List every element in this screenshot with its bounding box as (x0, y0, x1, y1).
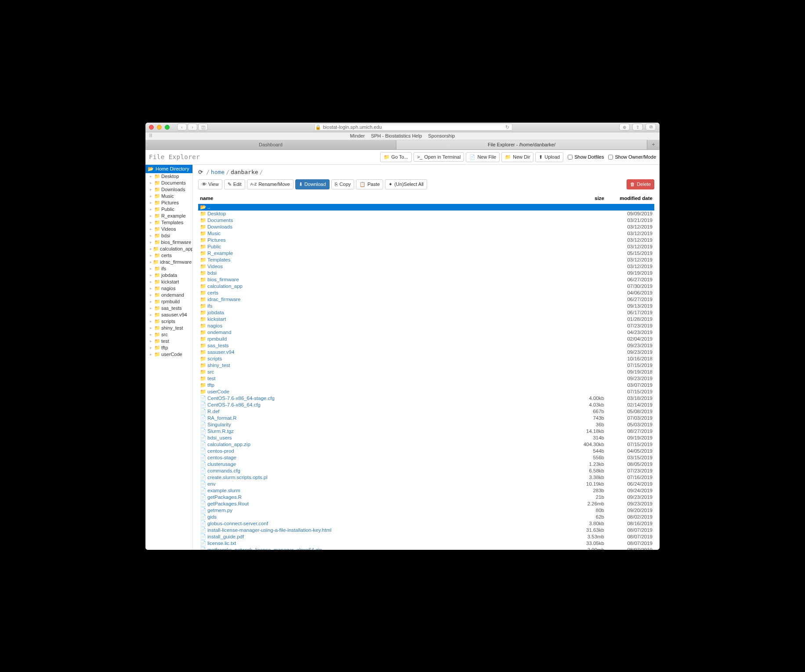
file-link[interactable]: Documents (207, 218, 233, 223)
tree-item[interactable]: ▸📁kickstart (145, 279, 192, 285)
open-terminal-button[interactable]: >_Open in Terminal (413, 152, 464, 162)
file-link[interactable]: install-license-manager-using-a-file-ins… (207, 527, 331, 533)
tabs-button[interactable]: ⧉ (645, 124, 656, 131)
tree-item[interactable]: ▸📁test (145, 338, 192, 345)
file-link[interactable]: clusterusage (207, 461, 236, 467)
file-link[interactable]: userCode (207, 389, 229, 394)
table-row[interactable]: 📁jobdata06/17/2019 (198, 309, 654, 316)
tree-item[interactable]: ▸📁ifs (145, 265, 192, 272)
file-link[interactable]: ifs (207, 303, 213, 309)
bookmark-item[interactable]: Minder (350, 133, 365, 138)
file-link[interactable]: kickstart (207, 316, 226, 322)
table-row[interactable]: 📁src09/19/2018 (198, 369, 654, 375)
file-link[interactable]: bdsi_users (207, 435, 232, 440)
goto-button[interactable]: 📁Go To... (380, 152, 412, 162)
file-link[interactable]: gids (207, 514, 217, 519)
tree-item[interactable]: ▸📁sas_tests (145, 305, 192, 312)
file-link[interactable]: centos-stage (207, 455, 236, 460)
table-row[interactable]: 📄Singularity36b05/03/2019 (198, 421, 654, 428)
tree-item[interactable]: ▸📁Music (145, 193, 192, 200)
table-row[interactable]: 📁Public03/12/2019 (198, 243, 654, 250)
table-row[interactable]: 📄clusterusage1.23kb08/05/2019 (198, 461, 654, 468)
address-bar[interactable]: 🔒 biostat-login.sph.umich.edu ↻ (315, 124, 512, 131)
file-link[interactable]: create.slurm.scripts.opts.pl (207, 475, 268, 480)
table-row[interactable]: 📄globus-connect-server.conf3.80kb08/16/2… (198, 520, 654, 527)
table-row[interactable]: 📁certs04/06/2019 (198, 290, 654, 296)
file-link[interactable]: centos-prod (207, 448, 234, 454)
maximize-button[interactable] (165, 125, 170, 130)
delete-button[interactable]: 🗑Delete (627, 179, 654, 189)
file-link[interactable]: install_guide.pdf (207, 534, 244, 539)
tree-item[interactable]: ▸📁jobdata (145, 272, 192, 279)
tree-item[interactable]: ▸📁userCode (145, 351, 192, 358)
table-row[interactable]: 📄getmem.py80b09/20/2019 (198, 507, 654, 514)
file-link[interactable]: scripts (207, 356, 222, 361)
file-link[interactable]: Downloads (207, 224, 232, 229)
tree-item[interactable]: ▸📁Videos (145, 226, 192, 232)
table-row[interactable]: 📄env10.19kb06/24/2019 (198, 481, 654, 487)
file-link[interactable]: license.lic.txt (207, 541, 236, 546)
table-row[interactable]: 📄centos-stage556b03/15/2019 (198, 454, 654, 461)
bookmark-item[interactable]: Sponsorship (428, 133, 455, 138)
file-link[interactable]: bdsi (207, 270, 217, 276)
file-link[interactable]: CentOS-7.6-x86_64.cfg (207, 402, 261, 407)
table-row[interactable]: 📁userCode07/15/2019 (198, 389, 654, 395)
copy-button[interactable]: ⎘Copy (331, 179, 355, 189)
tree-item[interactable]: ▸📁bios_firmware (145, 239, 192, 246)
file-link[interactable]: .. (207, 204, 210, 210)
file-link[interactable]: sasuser.v94 (207, 349, 234, 355)
new-dir-button[interactable]: 📁New Dir (501, 152, 533, 162)
table-row[interactable]: 📄RA_format.R743b07/03/2019 (198, 415, 654, 421)
rename-button[interactable]: A-ZRename/Move (247, 179, 294, 189)
table-row[interactable]: 📄license.lic.txt33.05kb08/07/2019 (198, 540, 654, 547)
sidebar-toggle[interactable]: ◫ (198, 124, 208, 131)
file-link[interactable]: example.slurm (207, 488, 240, 493)
reload-icon[interactable]: ↻ (505, 124, 509, 130)
table-row[interactable]: 📁Videos03/12/2019 (198, 263, 654, 270)
tree-item[interactable]: ▸📁rpmbuild (145, 298, 192, 305)
apps-grid-icon[interactable]: ⠿ (149, 133, 152, 139)
table-row[interactable]: 📄commands.cfg6.58kb07/23/2019 (198, 468, 654, 474)
tree-item[interactable]: ▸📁ondemand (145, 292, 192, 298)
table-row[interactable]: 📁ifs09/13/2019 (198, 303, 654, 309)
table-row[interactable]: 📄calculation_app.zip404.30kb07/15/2019 (198, 441, 654, 448)
tree-item[interactable]: ▸📁certs (145, 252, 192, 259)
table-row[interactable]: 📄create.slurm.scripts.opts.pl3.38kb07/16… (198, 474, 654, 481)
edit-button[interactable]: ✎Edit (224, 179, 245, 189)
show-owner-check[interactable]: Show Owner/Mode (608, 154, 656, 160)
table-row[interactable]: 📄install-license-manager-using-a-file-in… (198, 527, 654, 534)
tree-item[interactable]: ▸📁bdsi (145, 232, 192, 239)
file-link[interactable]: src (207, 369, 214, 374)
new-file-button[interactable]: 📄New File (466, 152, 500, 162)
table-row[interactable]: 📄gids62b08/02/2019 (198, 514, 654, 520)
table-row[interactable]: 📄getPackages.R21b09/23/2019 (198, 494, 654, 501)
tree-item[interactable]: ▸📁nagios (145, 285, 192, 292)
file-link[interactable]: Music (207, 231, 221, 236)
show-dotfiles-check[interactable]: Show Dotfiles (568, 154, 604, 160)
file-link[interactable]: commands.cfg (207, 468, 240, 473)
back-button[interactable]: ‹ (177, 124, 187, 131)
table-row[interactable]: 📁idrac_firmware06/27/2019 (198, 296, 654, 303)
file-link[interactable]: rpmbuild (207, 336, 227, 341)
tree-root[interactable]: 📂 Home Directory (145, 165, 192, 173)
col-name[interactable]: name (198, 193, 566, 204)
file-link[interactable]: CentOS-7.6-x86_64-stage.cfg (207, 396, 275, 401)
tree-item[interactable]: ▸📁idrac_firmware (145, 259, 192, 265)
tree-item[interactable]: ▸📁shiny_test (145, 325, 192, 331)
file-link[interactable]: Videos (207, 264, 223, 269)
table-row[interactable]: 📄mathworks_network_license_manager_glnxa… (198, 547, 654, 550)
file-link[interactable]: env (207, 481, 216, 487)
tree-item[interactable]: ▸📁scripts (145, 318, 192, 325)
view-button[interactable]: 👁View (198, 179, 222, 189)
file-link[interactable]: Pictures (207, 237, 226, 243)
downloads-button[interactable]: ⊕ (619, 124, 630, 131)
table-row[interactable]: 📁kickstart01/28/2019 (198, 316, 654, 323)
tree-item[interactable]: ▸📁sasuser.v94 (145, 312, 192, 318)
download-button[interactable]: ⬇Download (295, 179, 330, 189)
tree-item[interactable]: ▸📁Public (145, 206, 192, 213)
paste-button[interactable]: 📋Paste (356, 179, 383, 189)
col-date[interactable]: modified date (606, 193, 654, 204)
tree-item[interactable]: ▸📁calculation_app (145, 246, 192, 252)
file-link[interactable]: tftp (207, 382, 214, 388)
file-link[interactable]: Desktop (207, 211, 226, 216)
